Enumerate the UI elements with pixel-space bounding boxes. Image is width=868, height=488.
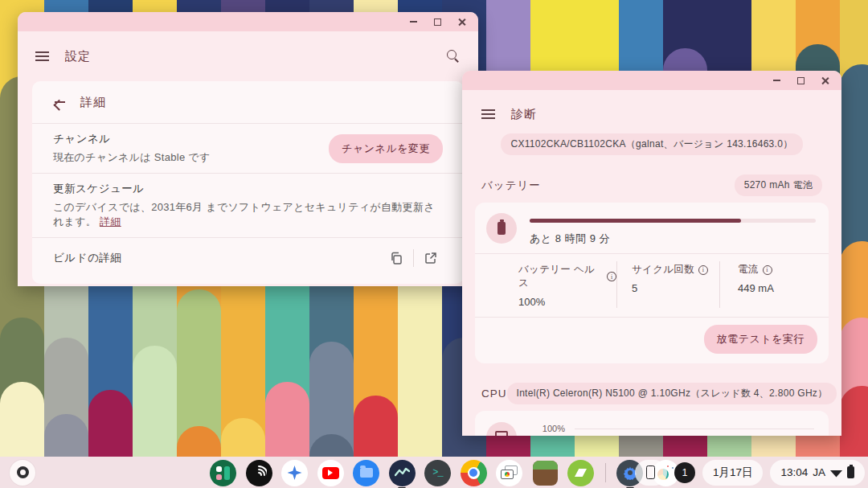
- settings-header: 設定: [18, 31, 478, 81]
- battery-stats-row: バッテリー ヘルス 100% サイクル回数 5 電流 449 mA: [475, 254, 829, 317]
- battery-icon: [497, 222, 506, 235]
- diagnostics-header: 診断: [462, 90, 841, 124]
- launcher-icon: [17, 466, 29, 478]
- minecraft-app-icon[interactable]: [532, 460, 559, 486]
- cpu-icon-circle: [486, 422, 517, 436]
- channel-row: チャンネル 現在のチャンネルは Stable です チャンネルを変更: [32, 124, 464, 173]
- info-icon[interactable]: [763, 265, 772, 275]
- close-icon: [457, 18, 466, 27]
- spiral-app-icon[interactable]: [246, 460, 272, 486]
- shelf-app-row: [210, 460, 679, 486]
- play-icon: [328, 470, 333, 476]
- cpu-card: 100% 75% 50% 25%: [475, 411, 829, 436]
- search-icon[interactable]: [446, 49, 461, 64]
- calendar-pill[interactable]: 1月17日: [702, 460, 764, 486]
- chrome-icon: [461, 460, 487, 486]
- line-chart-icon: [395, 467, 410, 478]
- terminal-app-icon[interactable]: [424, 460, 451, 486]
- battery-progress-track: [530, 219, 816, 223]
- channel-subtitle: 現在のチャンネルは Stable です: [53, 150, 329, 165]
- input-method-label: JA: [813, 466, 825, 478]
- diagnostics-app-icon[interactable]: [389, 460, 416, 486]
- chrome-mini-icon: [505, 472, 510, 477]
- phone-hub-button[interactable]: [635, 460, 667, 486]
- current-value: 449 mA: [738, 282, 829, 294]
- maximize-icon: [797, 77, 805, 84]
- minimize-icon: [773, 80, 780, 81]
- date-label: 1月17日: [713, 465, 753, 480]
- gemini-app-icon[interactable]: [281, 460, 308, 486]
- hamburger-menu-icon[interactable]: [481, 109, 495, 119]
- battery-health-stat: バッテリー ヘルス 100%: [475, 261, 616, 308]
- cpu-icon: [495, 431, 508, 436]
- close-button[interactable]: [816, 73, 833, 88]
- learn-more-link[interactable]: 詳細: [100, 215, 121, 228]
- run-discharge-test-button[interactable]: 放電テストを実行: [704, 325, 817, 354]
- cpu-usage-line: [575, 422, 814, 436]
- notification-counter[interactable]: 1: [674, 462, 695, 483]
- cycle-count-label: サイクル回数: [632, 263, 694, 277]
- files-app-icon[interactable]: [353, 460, 379, 486]
- clock-label: 13:04: [780, 466, 808, 478]
- cycle-count-stat: サイクル回数 5: [616, 261, 719, 308]
- diagnostics-titlebar[interactable]: [462, 71, 841, 90]
- shelf: 1 1月17日 13:04 JA: [0, 457, 868, 488]
- quick-settings-pill[interactable]: 13:04 JA: [770, 460, 865, 486]
- maximize-button[interactable]: [428, 14, 446, 29]
- cpu-usage-chart: 100% 75% 50% 25%: [530, 422, 816, 436]
- build-details-row[interactable]: ビルドの詳細: [32, 238, 464, 278]
- back-arrow-icon[interactable]: [53, 96, 66, 109]
- wifi-icon: [830, 468, 842, 478]
- grass-block-icon: [533, 461, 558, 486]
- channel-title: チャンネル: [53, 132, 329, 146]
- settings-titlebar[interactable]: [18, 12, 478, 31]
- chrome-app-icon[interactable]: [461, 460, 487, 486]
- settings-app-title: 設定: [65, 49, 91, 64]
- minimize-button[interactable]: [404, 14, 422, 29]
- copy-button[interactable]: [384, 246, 408, 270]
- update-schedule-subtitle: このデバイスでは、2031年6月 までソフトウェアとセキュリティが自動更新されま…: [53, 200, 443, 229]
- ytick-100: 100%: [542, 424, 565, 433]
- cycle-count-value: 5: [632, 282, 719, 294]
- close-icon: [821, 76, 829, 85]
- battery-health-value: 100%: [518, 296, 616, 308]
- current-stat: 電流 449 mA: [719, 261, 829, 308]
- geforce-now-app-icon[interactable]: [567, 460, 594, 486]
- copy-icon: [390, 252, 403, 265]
- battery-card: あと 8 時間 9 分 バッテリー ヘルス 100% サイクル回数 5 電流 4…: [475, 203, 829, 363]
- diagnostics-app-title: 診断: [511, 107, 537, 122]
- battery-capacity-chip: 5270 mAh 電池: [735, 174, 822, 196]
- play-store-app-icon[interactable]: [210, 460, 236, 486]
- battery-status-icon: [847, 466, 854, 478]
- device-version-chip: CX1102CKA/CB1102CKA（galnat、バージョン 143.164…: [501, 133, 802, 155]
- youtube-app-icon[interactable]: [317, 460, 344, 486]
- eye-icon: [575, 469, 587, 477]
- close-button[interactable]: [452, 14, 470, 29]
- battery-icon-circle: [486, 213, 517, 244]
- hamburger-menu-icon[interactable]: [35, 51, 49, 61]
- maximize-button[interactable]: [792, 73, 809, 88]
- update-schedule-row: 更新スケジュール このデバイスでは、2031年6月 までソフトウェアとセキュリテ…: [32, 174, 464, 237]
- info-icon[interactable]: [607, 272, 616, 281]
- spiral-icon: [251, 465, 267, 481]
- build-details-title: ビルドの詳細: [53, 251, 384, 265]
- window-stack-app-icon[interactable]: [496, 460, 522, 486]
- diagnostics-window: 診断 CX1102CKA/CB1102CKA（galnat、バージョン 143.…: [462, 71, 841, 436]
- folder-icon: [360, 468, 373, 478]
- page-header-row: 詳細: [32, 81, 464, 123]
- change-channel-button[interactable]: チャンネルを変更: [329, 134, 443, 163]
- separator: [413, 249, 414, 267]
- settings-content-card: 詳細 チャンネル 現在のチャンネルは Stable です チャンネルを変更 更新…: [32, 81, 464, 284]
- phone-icon: [646, 465, 655, 479]
- page-title: 詳細: [80, 95, 106, 110]
- minimize-button[interactable]: [768, 73, 785, 88]
- update-schedule-title: 更新スケジュール: [53, 182, 443, 196]
- shelf-separator: [605, 463, 606, 482]
- info-icon[interactable]: [698, 265, 708, 275]
- cpu-model-chip: Intel(R) Celeron(R) N5100 @ 1.10GHz（スレッド…: [507, 383, 837, 404]
- chromeos-desktop: 設定 詳細 チャンネル 現在のチャンネルは Stable です チャンネルを変更…: [0, 0, 868, 488]
- open-in-new-button[interactable]: [419, 246, 443, 270]
- launcher-button[interactable]: [10, 460, 35, 486]
- battery-section-label: バッテリー: [481, 178, 541, 193]
- current-label: 電流: [738, 263, 759, 277]
